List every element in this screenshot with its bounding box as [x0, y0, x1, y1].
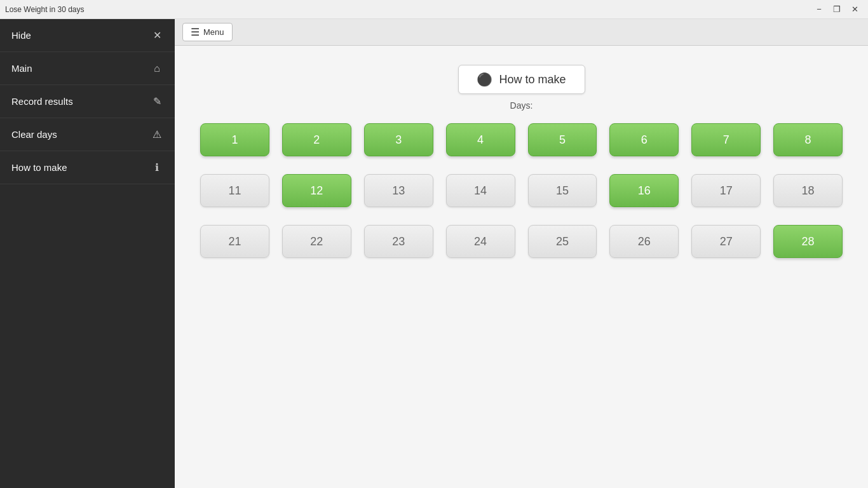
- day-button-3[interactable]: 3: [364, 123, 433, 156]
- sidebar-item-left: Clear days: [11, 129, 57, 140]
- minimize-button[interactable]: −: [811, 3, 827, 16]
- top-bar: ☰ Menu: [175, 19, 868, 46]
- day-button-14[interactable]: 14: [446, 174, 515, 207]
- menu-icon: ☰: [191, 26, 200, 38]
- sidebar-icon-record-results: ✎: [151, 95, 163, 107]
- info-circle-icon: ⚫: [477, 72, 492, 87]
- sidebar-icon-clear-days: ⚠: [151, 128, 163, 140]
- section-title: How to make: [499, 73, 566, 86]
- day-button-15[interactable]: 15: [528, 174, 597, 207]
- main-content: ☰ Menu ⚫ How to make Days: 1234567811121…: [175, 19, 868, 488]
- day-button-23[interactable]: 23: [364, 225, 433, 258]
- days-row-1: 1112131415161718: [200, 174, 843, 207]
- day-button-21[interactable]: 21: [200, 225, 269, 258]
- days-grid: 1234567811121314151617182122232425262728: [200, 123, 843, 258]
- section-header: ⚫ How to make Days:: [200, 65, 843, 111]
- days-row-2: 2122232425262728: [200, 225, 843, 258]
- sidebar-item-label-clear-days: Clear days: [11, 129, 57, 140]
- window-controls: − ❐ ✕: [811, 3, 863, 16]
- sidebar: Hide ✕ Main ⌂ Record results ✎ Clear day…: [0, 19, 175, 488]
- menu-button[interactable]: ☰ Menu: [182, 23, 233, 41]
- sidebar-icon-main: ⌂: [151, 63, 163, 74]
- sidebar-item-label-record-results: Record results: [11, 96, 73, 107]
- sidebar-item-how-to-make[interactable]: How to make ℹ: [0, 151, 175, 184]
- day-button-12[interactable]: 12: [282, 174, 351, 207]
- title-bar: Lose Weight in 30 days − ❐ ✕: [0, 0, 868, 19]
- day-button-8[interactable]: 8: [773, 123, 843, 156]
- sidebar-item-label-main: Main: [11, 63, 32, 74]
- day-button-11[interactable]: 11: [200, 174, 269, 207]
- maximize-button[interactable]: ❐: [829, 3, 845, 16]
- section-title-button[interactable]: ⚫ How to make: [458, 65, 585, 94]
- day-button-4[interactable]: 4: [446, 123, 515, 156]
- sidebar-icon-hide: ✕: [151, 29, 163, 41]
- close-button[interactable]: ✕: [846, 3, 863, 16]
- content-area: ⚫ How to make Days: 12345678111213141516…: [175, 46, 868, 488]
- day-button-6[interactable]: 6: [609, 123, 679, 156]
- days-row-0: 12345678: [200, 123, 843, 156]
- day-button-7[interactable]: 7: [691, 123, 761, 156]
- sidebar-item-left: Record results: [11, 96, 73, 107]
- sidebar-item-label-hide: Hide: [11, 30, 31, 41]
- days-label: Days:: [510, 100, 533, 111]
- day-button-22[interactable]: 22: [282, 225, 351, 258]
- day-button-28[interactable]: 28: [773, 225, 843, 258]
- menu-label: Menu: [203, 27, 224, 37]
- sidebar-icon-how-to-make: ℹ: [151, 161, 163, 173]
- app-body: Hide ✕ Main ⌂ Record results ✎ Clear day…: [0, 19, 868, 488]
- day-button-24[interactable]: 24: [446, 225, 515, 258]
- window-title: Lose Weight in 30 days: [5, 5, 85, 14]
- day-button-5[interactable]: 5: [528, 123, 597, 156]
- sidebar-item-clear-days[interactable]: Clear days ⚠: [0, 118, 175, 151]
- sidebar-item-hide[interactable]: Hide ✕: [0, 19, 175, 52]
- day-button-25[interactable]: 25: [528, 225, 597, 258]
- day-button-27[interactable]: 27: [691, 225, 761, 258]
- day-button-26[interactable]: 26: [609, 225, 679, 258]
- sidebar-item-main[interactable]: Main ⌂: [0, 52, 175, 85]
- sidebar-item-record-results[interactable]: Record results ✎: [0, 85, 175, 118]
- day-button-17[interactable]: 17: [691, 174, 761, 207]
- day-button-1[interactable]: 1: [200, 123, 269, 156]
- day-button-18[interactable]: 18: [773, 174, 843, 207]
- sidebar-item-label-how-to-make: How to make: [11, 162, 67, 173]
- sidebar-item-left: Main: [11, 63, 32, 74]
- day-button-16[interactable]: 16: [609, 174, 679, 207]
- sidebar-item-left: How to make: [11, 162, 67, 173]
- sidebar-item-left: Hide: [11, 30, 31, 41]
- day-button-13[interactable]: 13: [364, 174, 433, 207]
- day-button-2[interactable]: 2: [282, 123, 351, 156]
